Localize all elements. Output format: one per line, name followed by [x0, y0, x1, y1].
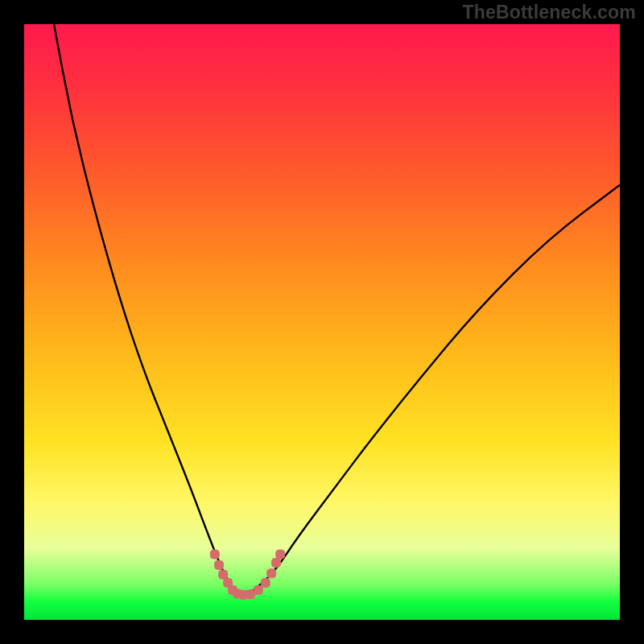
curve-marker: [261, 579, 270, 588]
marker-group: [210, 550, 284, 599]
curve-marker: [267, 569, 276, 578]
chart-stage: TheBottleneck.com: [0, 0, 644, 644]
curve-marker: [215, 560, 224, 569]
watermark-text: TheBottleneck.com: [462, 2, 636, 23]
curve-marker: [254, 586, 262, 595]
bottleneck-curve: [54, 24, 620, 594]
curve-marker: [272, 559, 281, 568]
curve-marker: [210, 550, 219, 559]
plot-area: [24, 24, 620, 620]
curve-marker: [276, 550, 285, 559]
chart-svg: [24, 24, 620, 620]
curve-marker: [219, 570, 228, 579]
